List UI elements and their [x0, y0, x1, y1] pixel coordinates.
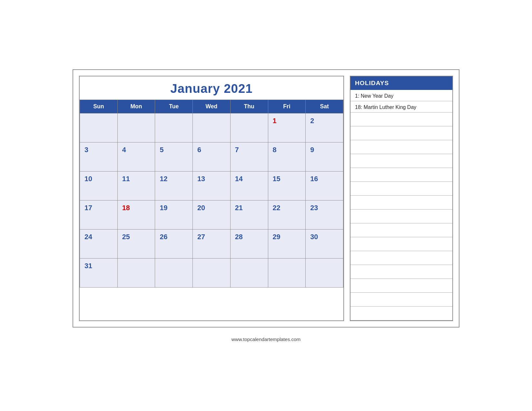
calendar-cell: 16 [306, 171, 343, 200]
calendar-cell: 17 [80, 200, 118, 229]
calendar-cell: 1 [268, 113, 306, 142]
calendar-cell: 10 [80, 171, 118, 200]
holiday-item-8 [350, 196, 452, 210]
holiday-item-0: 1: New Year Day [350, 90, 452, 101]
calendar-cell: 6 [193, 142, 231, 171]
day-header-fri: Fri [268, 100, 306, 113]
footer: www.topcalendartemplates.com [73, 337, 459, 342]
page-wrapper: January 2021 SunMonTueWedThuFriSat 12345… [73, 69, 459, 342]
holiday-item-12 [350, 251, 452, 265]
day-header-sat: Sat [306, 100, 343, 113]
holidays-header: HOLIDAYS [350, 76, 452, 90]
calendar-cell [230, 113, 268, 142]
main-container: January 2021 SunMonTueWedThuFriSat 12345… [73, 69, 459, 328]
calendar-cell: 18 [117, 200, 155, 229]
holiday-item-10 [350, 223, 452, 237]
holiday-item-16 [350, 307, 452, 320]
holiday-item-9 [350, 210, 452, 223]
week-row-5: 24252627282930 [80, 229, 343, 258]
calendar-cell [155, 113, 193, 142]
holiday-item-2 [350, 113, 452, 126]
calendar-cell: 23 [306, 200, 343, 229]
calendar-cell [117, 113, 155, 142]
calendar-cell: 2 [306, 113, 343, 142]
week-row-1: 12 [80, 113, 343, 142]
calendar-section: January 2021 SunMonTueWedThuFriSat 12345… [79, 76, 344, 321]
calendar-cell [268, 258, 306, 287]
calendar-cell: 28 [230, 229, 268, 258]
holiday-item-14 [350, 279, 452, 293]
week-row-4: 17181920212223 [80, 200, 343, 229]
calendar-cell [306, 258, 343, 287]
day-header-tue: Tue [155, 100, 193, 113]
holidays-list: 1: New Year Day18: Martin Luther King Da… [350, 90, 452, 320]
calendar-cell: 8 [268, 142, 306, 171]
calendar-cell: 20 [193, 200, 231, 229]
holiday-item-15 [350, 293, 452, 307]
calendar-cell: 19 [155, 200, 193, 229]
holiday-item-5 [350, 154, 452, 168]
week-row-6: 31 [80, 258, 343, 287]
holiday-item-4 [350, 140, 452, 154]
calendar-cell: 21 [230, 200, 268, 229]
week-row-2: 3456789 [80, 142, 343, 171]
calendar-title: January 2021 [80, 76, 343, 100]
calendar-cell [193, 113, 231, 142]
calendar-cell: 3 [80, 142, 118, 171]
calendar-cell: 7 [230, 142, 268, 171]
day-header-mon: Mon [117, 100, 155, 113]
calendar-cell: 25 [117, 229, 155, 258]
day-header-sun: Sun [80, 100, 118, 113]
calendar-cell [193, 258, 231, 287]
calendar-cell: 13 [193, 171, 231, 200]
calendar-cell: 12 [155, 171, 193, 200]
calendar-cell: 31 [80, 258, 118, 287]
calendar-cell: 29 [268, 229, 306, 258]
holiday-item-1: 18: Martin Luther King Day [350, 101, 452, 113]
calendar-cell: 11 [117, 171, 155, 200]
calendar-cell [80, 113, 118, 142]
calendar-cell: 24 [80, 229, 118, 258]
calendar-grid: SunMonTueWedThuFriSat 123456789101112131… [80, 100, 343, 288]
calendar-cell: 4 [117, 142, 155, 171]
day-header-thu: Thu [230, 100, 268, 113]
calendar-cell: 27 [193, 229, 231, 258]
calendar-cell: 26 [155, 229, 193, 258]
calendar-cell: 30 [306, 229, 343, 258]
calendar-cell: 9 [306, 142, 343, 171]
days-header-row: SunMonTueWedThuFriSat [80, 100, 343, 113]
holiday-item-6 [350, 168, 452, 182]
calendar-cell: 22 [268, 200, 306, 229]
holiday-item-13 [350, 265, 452, 279]
calendar-cell: 14 [230, 171, 268, 200]
holiday-item-11 [350, 237, 452, 251]
week-row-3: 10111213141516 [80, 171, 343, 200]
calendar-cell [155, 258, 193, 287]
calendar-cell: 5 [155, 142, 193, 171]
holiday-item-3 [350, 126, 452, 140]
holidays-section: HOLIDAYS 1: New Year Day18: Martin Luthe… [350, 76, 453, 321]
holiday-item-7 [350, 182, 452, 196]
calendar-cell [230, 258, 268, 287]
calendar-body: 1234567891011121314151617181920212223242… [80, 113, 343, 287]
calendar-cell [117, 258, 155, 287]
footer-text: www.topcalendartemplates.com [232, 337, 300, 342]
calendar-cell: 15 [268, 171, 306, 200]
day-header-wed: Wed [193, 100, 231, 113]
